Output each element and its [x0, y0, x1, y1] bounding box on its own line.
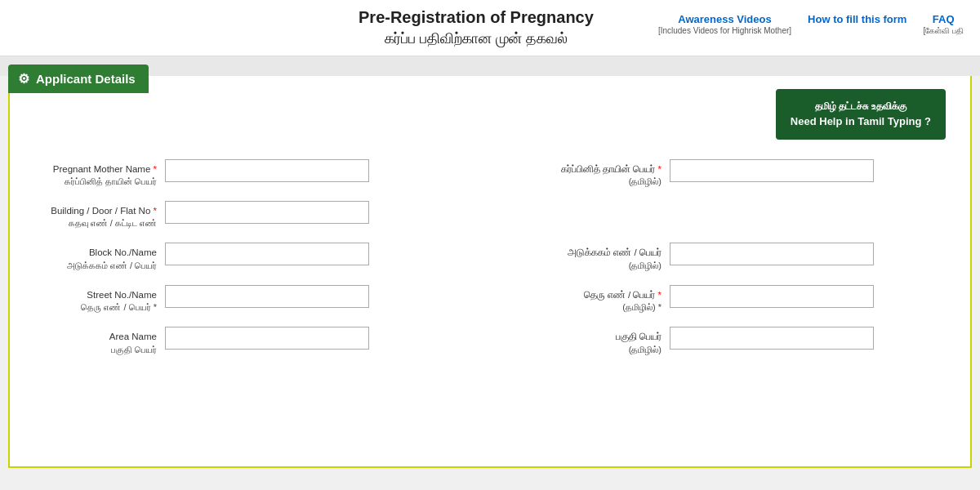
- applicant-details-icon: ⚙: [18, 71, 29, 87]
- form-field-left-4: Area Nameபகுதி பெயர்: [34, 320, 490, 362]
- tamil-typing-english-line: Need Help in Tamil Typing ?: [791, 115, 931, 127]
- form-input-right-3[interactable]: [670, 285, 874, 308]
- form-input-right-4[interactable]: [670, 327, 874, 350]
- form-input-left-3[interactable]: [165, 285, 369, 308]
- form-container: தமிழ் தட்டச்சு உதவிக்கு Need Help in Tam…: [8, 76, 972, 468]
- field-label-right-4: பகுதி பெயர்(தமிழில்): [523, 327, 662, 355]
- section-label: Applicant Details: [36, 72, 136, 86]
- main-title: Pre-Registration of Pregnancy: [294, 8, 658, 27]
- form-field-left-2: Block No./Nameஅடுக்ககம் எண் / பெயர்: [34, 236, 490, 278]
- section-bar: ⚙ Applicant Details: [0, 56, 980, 76]
- form-field-left-0: Pregnant Mother Name *கர்ப்பினித் தாயின்…: [34, 153, 490, 194]
- how-to-fill-link[interactable]: How to fill this form: [808, 11, 906, 26]
- section-header: ⚙ Applicant Details: [8, 65, 149, 93]
- form-input-left-1[interactable]: [165, 201, 369, 224]
- form-input-left-4[interactable]: [165, 327, 369, 350]
- form-input-left-2[interactable]: [165, 243, 369, 265]
- form-field-right-2: அடுக்ககம் எண் / பெயர்(தமிழில்): [490, 236, 946, 278]
- field-label-right-3: தெரு எண் / பெயர் *(தமிழில்) *: [523, 285, 662, 314]
- form-field-right-3: தெரு எண் / பெயர் *(தமிழில்) *: [490, 278, 946, 320]
- field-label-left-4: Area Nameபகுதி பெயர்: [34, 327, 157, 355]
- sub-title: கர்ப்ப பதிவிற்கான முன் தகவல்: [294, 30, 658, 47]
- form-fields-grid: Pregnant Mother Name *கர்ப்பினித் தாயின்…: [34, 153, 946, 363]
- form-field-left-3: Street No./Nameதெரு எண் / பெயர் *: [34, 278, 490, 320]
- header-title-block: Pre-Registration of Pregnancy கர்ப்ப பதி…: [294, 8, 658, 47]
- field-label-left-1: Building / Door / Flat No *கதவு எண் / கட…: [34, 201, 157, 229]
- field-label-right-2: அடுக்ககம் எண் / பெயர்(தமிழில்): [523, 243, 662, 271]
- field-label-left-0: Pregnant Mother Name *கர்ப்பினித் தாயின்…: [34, 159, 157, 188]
- form-input-right-2[interactable]: [670, 243, 874, 265]
- section-wrapper: ⚙ Applicant Details தமிழ் தட்டச்சு உதவிக…: [0, 56, 980, 468]
- field-label-left-2: Block No./Nameஅடுக்ககம் எண் / பெயர்: [34, 243, 157, 271]
- faq-link[interactable]: FAQ [கேள்வி பதி: [923, 11, 964, 36]
- awareness-videos-link[interactable]: Awareness Videos [Includes Videos for Hi…: [658, 11, 791, 35]
- tamil-typing-tamil-line: தமிழ் தட்டச்சு உதவிக்கு: [791, 99, 931, 114]
- page-header: Pre-Registration of Pregnancy கர்ப்ப பதி…: [0, 0, 980, 56]
- form-field-left-1: Building / Door / Flat No *கதவு எண் / கட…: [34, 194, 490, 236]
- form-field-right-1: [490, 194, 946, 236]
- form-field-right-4: பகுதி பெயர்(தமிழில்): [490, 320, 946, 362]
- field-label-left-3: Street No./Nameதெரு எண் / பெயர் *: [34, 285, 157, 314]
- form-field-right-0: கர்ப்பினித் தாயின் பெயர் *(தமிழில்): [490, 153, 946, 194]
- field-label-right-0: கர்ப்பினித் தாயின் பெயர் *(தமிழில்): [523, 159, 662, 188]
- tamil-typing-button[interactable]: தமிழ் தட்டச்சு உதவிக்கு Need Help in Tam…: [776, 89, 946, 140]
- form-input-right-0[interactable]: [670, 159, 874, 182]
- header-links: Awareness Videos [Includes Videos for Hi…: [658, 8, 964, 36]
- form-input-left-0[interactable]: [165, 159, 369, 182]
